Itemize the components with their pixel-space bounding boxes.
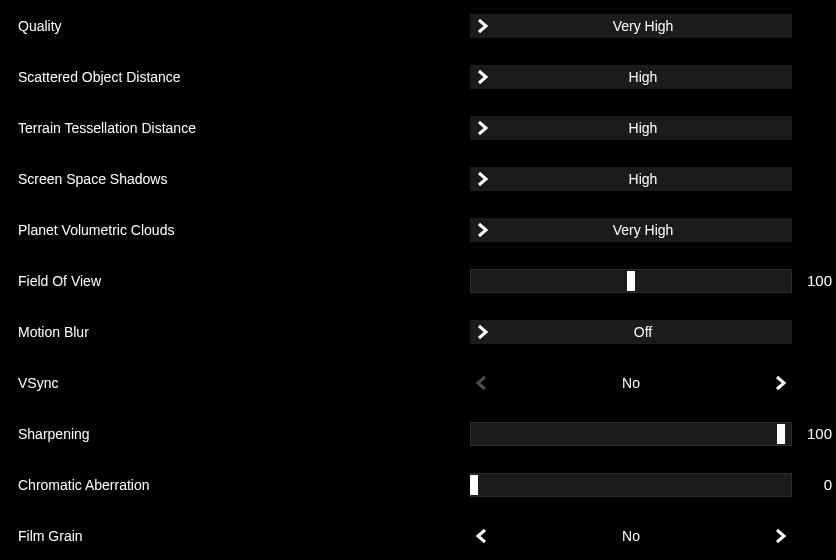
chevron-right-icon[interactable] — [470, 320, 494, 344]
slider[interactable] — [470, 473, 792, 497]
setting-control: Very High — [470, 218, 792, 242]
setting-control: Very High — [470, 14, 792, 38]
setting-label: Terrain Tessellation Distance — [0, 120, 470, 136]
option-value: Off — [494, 324, 792, 340]
setting-control: High — [470, 167, 792, 191]
setting-row: Terrain Tessellation Distance High — [0, 102, 836, 153]
setting-control: High — [470, 116, 792, 140]
setting-row: Film Grain No — [0, 510, 836, 560]
chevron-right-icon[interactable] — [470, 218, 494, 242]
option-selector-open[interactable]: No — [470, 524, 792, 548]
slider[interactable] — [470, 269, 792, 293]
chevron-right-icon[interactable] — [470, 65, 494, 89]
setting-label: Screen Space Shadows — [0, 171, 470, 187]
setting-row: Sharpening 100 — [0, 408, 836, 459]
option-selector[interactable]: High — [470, 167, 792, 191]
setting-control: No — [470, 524, 792, 548]
setting-control: No — [470, 371, 792, 395]
option-value: High — [494, 120, 792, 136]
slider-thumb[interactable] — [627, 271, 635, 291]
value-readout: 100 — [792, 272, 836, 289]
option-value: Very High — [494, 18, 792, 34]
chevron-left-icon[interactable] — [470, 524, 494, 548]
option-value: No — [494, 528, 768, 544]
setting-label: Scattered Object Distance — [0, 69, 470, 85]
option-selector-open[interactable]: No — [470, 371, 792, 395]
setting-row: Chromatic Aberration 0 — [0, 459, 836, 510]
setting-label: Field Of View — [0, 273, 470, 289]
option-selector[interactable]: Very High — [470, 218, 792, 242]
option-value: Very High — [494, 222, 792, 238]
setting-row: Quality Very High — [0, 0, 836, 51]
setting-label: Motion Blur — [0, 324, 470, 340]
setting-label: Planet Volumetric Clouds — [0, 222, 470, 238]
chevron-left-icon[interactable] — [470, 371, 494, 395]
setting-label: Film Grain — [0, 528, 470, 544]
setting-label: Chromatic Aberration — [0, 477, 470, 493]
slider[interactable] — [470, 422, 792, 446]
chevron-right-icon[interactable] — [470, 14, 494, 38]
setting-row: Motion Blur Off — [0, 306, 836, 357]
slider-thumb[interactable] — [777, 424, 785, 444]
setting-row: Scattered Object Distance High — [0, 51, 836, 102]
option-value: High — [494, 171, 792, 187]
setting-control: High — [470, 65, 792, 89]
setting-row: Field Of View 100 — [0, 255, 836, 306]
slider-thumb[interactable] — [470, 475, 478, 495]
option-selector[interactable]: Off — [470, 320, 792, 344]
setting-control — [470, 269, 792, 293]
option-selector[interactable]: Very High — [470, 14, 792, 38]
setting-control — [470, 422, 792, 446]
setting-label: Quality — [0, 18, 470, 34]
setting-control — [470, 473, 792, 497]
option-value: High — [494, 69, 792, 85]
setting-row: Screen Space Shadows High — [0, 153, 836, 204]
option-selector[interactable]: High — [470, 65, 792, 89]
chevron-right-icon[interactable] — [470, 116, 494, 140]
setting-row: VSync No — [0, 357, 836, 408]
setting-label: Sharpening — [0, 426, 470, 442]
chevron-right-icon[interactable] — [470, 167, 494, 191]
setting-label: VSync — [0, 375, 470, 391]
setting-row: Planet Volumetric Clouds Very High — [0, 204, 836, 255]
setting-control: Off — [470, 320, 792, 344]
value-readout: 0 — [792, 476, 836, 493]
value-readout: 100 — [792, 425, 836, 442]
option-value: No — [494, 375, 768, 391]
option-selector[interactable]: High — [470, 116, 792, 140]
chevron-right-icon[interactable] — [768, 524, 792, 548]
chevron-right-icon[interactable] — [768, 371, 792, 395]
